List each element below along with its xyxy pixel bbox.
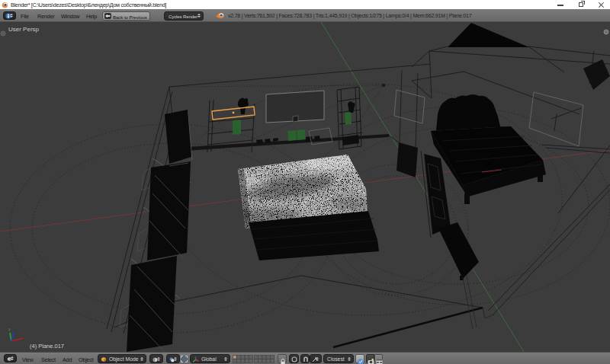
svg-text:y: y <box>8 327 11 331</box>
svg-text:User Persp: User Persp <box>8 26 40 33</box>
svg-text:(4) Plane.017: (4) Plane.017 <box>30 343 64 350</box>
